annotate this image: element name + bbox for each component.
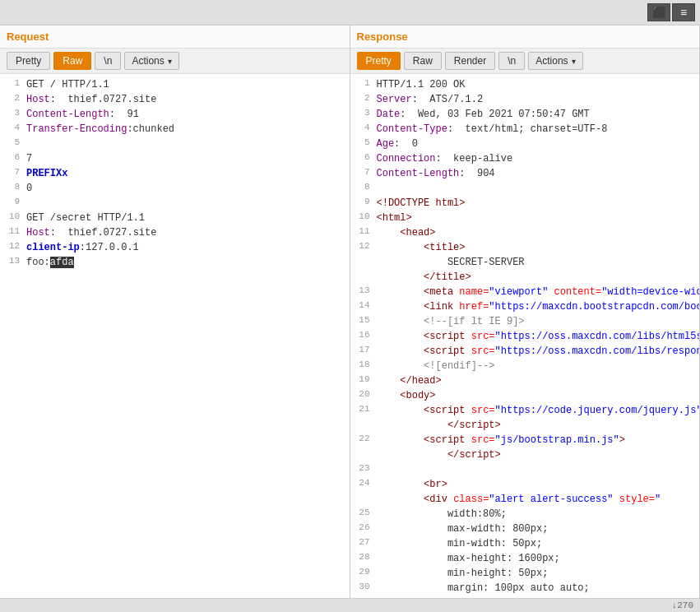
line-content: <!DOCTYPE html>: [377, 196, 700, 211]
line-content: max-width: 800px;: [377, 522, 700, 536]
response-panel: Response Pretty Raw Render \n Actions ▾ …: [350, 26, 701, 598]
split-view-button[interactable]: ⬛: [647, 3, 670, 21]
line-number: 4: [350, 122, 377, 132]
line-number: 29: [350, 566, 377, 577]
table-row: 13 <meta name="viewport" content="width=…: [350, 285, 700, 299]
table-row: 2 Server: ATS/7.1.2: [350, 92, 700, 107]
response-tab-raw[interactable]: Raw: [404, 52, 442, 70]
table-row: 6 Connection: keep-alive: [350, 151, 700, 166]
line-number: 13: [0, 255, 26, 266]
line-content: max-height: 1600px;: [377, 551, 700, 566]
table-row: 29 min-height: 50px;: [350, 566, 700, 581]
line-number: 15: [350, 314, 377, 325]
request-tab-raw[interactable]: Raw: [53, 52, 91, 70]
response-actions-button[interactable]: Actions ▾: [528, 52, 582, 70]
line-content: <script src="js/bootstrap.min.js">: [377, 433, 700, 447]
table-row: 1 HTTP/1.1 200 OK: [350, 77, 700, 92]
line-content: Transfer-Encoding:chunked: [26, 122, 350, 137]
line-number: 5: [350, 137, 377, 147]
table-row: 4 Content-Type: text/html; charset=UTF-8: [350, 122, 700, 137]
table-row: 13 foo:afda: [0, 255, 350, 270]
line-content: margin: 100px auto auto;: [377, 581, 700, 596]
line-number: 10: [350, 211, 377, 221]
line-content: <script src="https://oss.maxcdn.com/libs…: [377, 329, 700, 344]
table-row: 11 Host: thief.0727.site: [0, 225, 350, 240]
table-row: 17 <script src="https://oss.maxcdn.com/l…: [350, 344, 700, 359]
line-number: 2: [350, 92, 377, 103]
table-row: 27 min-width: 50px;: [350, 536, 700, 551]
table-row: 9 <!DOCTYPE html>: [350, 196, 700, 211]
line-number: 13: [350, 285, 377, 295]
line-number: 12: [0, 240, 26, 251]
response-panel-header: Response: [350, 26, 700, 49]
line-number: 7: [350, 166, 377, 177]
line-number: 11: [0, 225, 26, 236]
line-number: 23: [350, 462, 377, 473]
table-row: 19 </head>: [350, 373, 700, 388]
line-number: 5: [0, 137, 26, 147]
line-number: 10: [0, 211, 26, 221]
response-code-area[interactable]: 1 HTTP/1.1 200 OK 2 Server: ATS/7.1.2 3 …: [350, 74, 700, 598]
table-row: 2 Host: thief.0727.site: [0, 92, 350, 107]
request-tab-newline[interactable]: \n: [95, 52, 121, 70]
response-tab-newline[interactable]: \n: [498, 52, 525, 70]
table-row: 8 0: [0, 181, 350, 196]
request-panel-header: Request: [0, 26, 350, 49]
line-content: [26, 196, 350, 211]
line-content: Content-Length: 91: [26, 107, 350, 122]
table-row: 23: [350, 462, 700, 477]
request-actions-button[interactable]: Actions ▾: [124, 52, 178, 70]
request-code-area[interactable]: 1 GET / HTTP/1.1 2 Host: thief.0727.site…: [0, 74, 350, 598]
line-content: Connection: keep-alive: [377, 151, 700, 166]
table-row: 21 <script src="https://code.jquery.com/…: [350, 403, 700, 418]
response-tab-pretty[interactable]: Pretty: [357, 52, 401, 70]
line-number: 1: [350, 77, 377, 88]
table-row: 1 GET / HTTP/1.1: [0, 77, 350, 92]
line-content: width:80%;: [377, 507, 700, 522]
line-number: 4: [0, 122, 26, 132]
line-number: 2: [0, 92, 26, 103]
line-number: 30: [350, 581, 377, 591]
line-number: 8: [350, 181, 377, 192]
line-number: 21: [350, 403, 377, 414]
status-bar: ↓270: [0, 598, 700, 612]
table-row: 20 <body>: [350, 388, 700, 403]
request-actions-chevron-icon: ▾: [168, 57, 172, 66]
table-row: SECRET-SERVER: [350, 255, 700, 270]
line-number: [350, 447, 377, 448]
line-content: Age: 0: [377, 137, 700, 151]
line-content: <script src="https://oss.maxcdn.com/libs…: [377, 344, 700, 359]
line-number: 18: [350, 359, 377, 369]
request-tab-pretty[interactable]: Pretty: [7, 52, 50, 70]
line-content: Date: Wed, 03 Feb 2021 07:50:47 GMT: [377, 107, 700, 122]
table-row: 22 <script src="js/bootstrap.min.js">: [350, 433, 700, 447]
line-content: </head>: [377, 373, 700, 388]
line-number: 11: [350, 225, 377, 236]
line-content: <meta name="viewport" content="width=dev…: [377, 285, 700, 299]
menu-button[interactable]: ≡: [672, 3, 695, 21]
line-content: Host: thief.0727.site: [26, 92, 350, 107]
line-number: [350, 255, 377, 256]
line-content: <script src="https://code.jquery.com/jqu…: [377, 403, 700, 418]
response-tab-render[interactable]: Render: [445, 52, 495, 70]
line-number: 8: [0, 181, 26, 192]
line-content: <div class="alert alert-success" style=": [377, 492, 700, 507]
line-number: [350, 492, 377, 493]
line-content: <link href="https://maxcdn.bootstrapcdn.…: [377, 299, 700, 314]
line-content: <br>: [377, 477, 700, 492]
line-number: [350, 270, 377, 271]
line-number: 17: [350, 344, 377, 355]
line-number: 9: [0, 196, 26, 206]
line-number: 20: [350, 388, 377, 399]
line-content: <![endif]-->: [377, 359, 700, 373]
line-content: PREFIXx: [26, 166, 350, 181]
table-row: 18 <![endif]-->: [350, 359, 700, 373]
request-actions-label: Actions: [132, 55, 164, 67]
table-row: 30 margin: 100px auto auto;: [350, 581, 700, 596]
line-number: 24: [350, 477, 377, 488]
line-content: GET / HTTP/1.1: [26, 77, 350, 92]
line-content: client-ip:127.0.0.1: [26, 240, 350, 255]
table-row: 5: [0, 137, 350, 151]
line-content: </title>: [377, 270, 700, 285]
line-number: 27: [350, 536, 377, 547]
